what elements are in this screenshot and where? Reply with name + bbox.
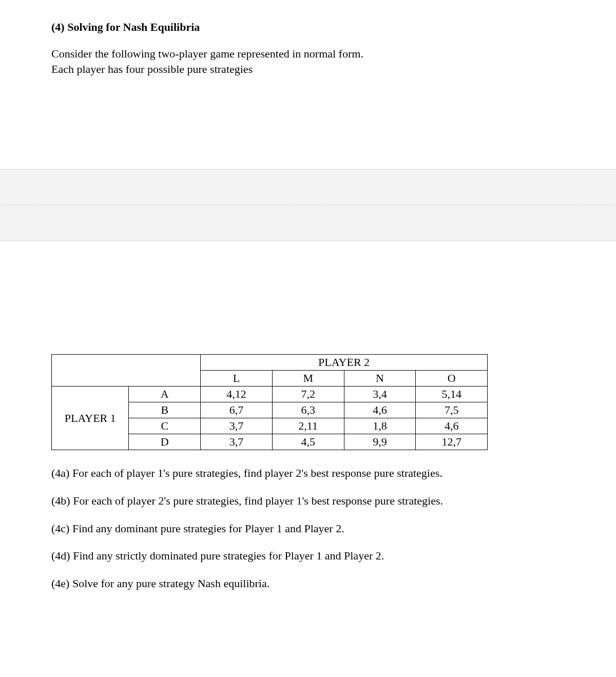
col-header: O (416, 371, 488, 386)
payoff-cell: 4,12 (201, 386, 273, 402)
intro-text-2: Each player has four possible pure strat… (51, 62, 565, 77)
payoff-cell: 3,7 (201, 418, 273, 434)
payoff-cell: 4,6 (344, 402, 416, 418)
gray-bar-bottom (0, 205, 616, 241)
payoff-cell: 2,11 (272, 418, 344, 434)
payoff-cell: 12,7 (416, 434, 488, 450)
question-4a: (4a) For each of player 1's pure strateg… (51, 466, 565, 481)
payoff-cell: 7,5 (416, 402, 488, 418)
row-header: C (129, 418, 201, 434)
col-header: L (201, 371, 273, 386)
payoff-cell: 3,4 (344, 386, 416, 402)
separator-zone (0, 169, 616, 241)
player2-label: PLAYER 2 (201, 355, 488, 371)
question-4e: (4e) Solve for any pure strategy Nash eq… (51, 576, 565, 591)
payoff-table: PLAYER 2 L M N O PLAYER 1 A 4,12 7,2 3,4… (51, 354, 488, 450)
row-header: A (129, 386, 201, 402)
gray-bar-top (0, 169, 616, 205)
payoff-cell: 1,8 (344, 418, 416, 434)
payoff-cell: 9,9 (344, 434, 416, 450)
payoff-cell: 6,3 (272, 402, 344, 418)
col-header: M (272, 371, 344, 386)
payoff-cell: 4,5 (272, 434, 344, 450)
intro-text-1: Consider the following two-player game r… (51, 46, 565, 62)
payoff-cell: 7,2 (272, 386, 344, 402)
player1-label: PLAYER 1 (52, 386, 129, 450)
question-4d: (4d) Find any strictly dominated pure st… (51, 548, 565, 564)
row-header: B (129, 402, 201, 418)
table-corner (52, 355, 201, 386)
payoff-cell: 3,7 (201, 434, 273, 450)
row-header: D (129, 434, 201, 450)
payoff-cell: 6,7 (201, 402, 273, 418)
payoff-cell: 4,6 (416, 418, 488, 434)
payoff-cell: 5,14 (416, 386, 488, 402)
question-4b: (4b) For each of player 2's pure strateg… (51, 493, 565, 509)
section-title: (4) Solving for Nash Equilibria (51, 21, 565, 34)
col-header: N (344, 371, 416, 386)
question-4c: (4c) Find any dominant pure strategies f… (51, 521, 565, 536)
